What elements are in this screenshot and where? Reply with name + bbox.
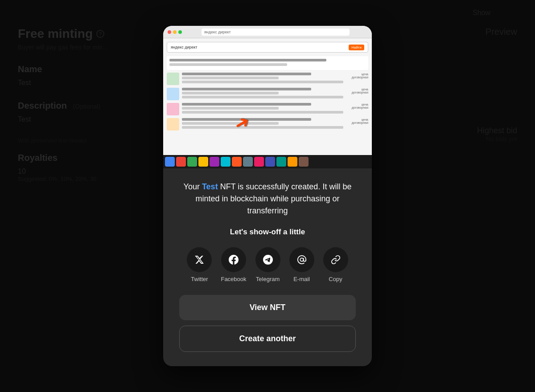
facebook-share-button[interactable]: Facebook	[221, 247, 246, 282]
taskbar-icon-3	[187, 157, 197, 167]
url-bar: яндекс директ	[202, 29, 350, 36]
search-text: яндекс директ	[171, 45, 349, 49]
nft-name-highlight: Test	[202, 182, 218, 191]
telegram-icon	[255, 247, 280, 272]
result-row-3: ценадоговорная	[167, 103, 368, 115]
taskbar	[163, 155, 372, 168]
taskbar-icon-6	[221, 157, 230, 167]
modal-screenshot: яндекс директ яндекс директ Найти	[163, 26, 372, 168]
browser-dot-red	[168, 30, 171, 34]
copy-label: Copy	[329, 276, 342, 282]
telegram-label: Telegram	[256, 276, 280, 282]
taskbar-icon-11	[276, 157, 286, 167]
browser-content: яндекс директ Найти ценадоговорная	[163, 38, 372, 168]
browser-bar: яндекс директ	[163, 26, 372, 38]
taskbar-icon-5	[210, 157, 219, 167]
taskbar-icon-10	[265, 157, 275, 167]
share-buttons-row: Twitter Facebook Telegram	[179, 247, 356, 282]
result-row-4: ценадоговорная	[167, 118, 368, 131]
email-label: E-mail	[293, 276, 310, 282]
result-row-2: ценадоговорная	[167, 88, 368, 100]
facebook-icon	[221, 247, 246, 272]
twitter-label: Twitter	[191, 276, 208, 282]
facebook-label: Facebook	[221, 276, 246, 282]
taskbar-icon-12	[288, 157, 297, 167]
twitter-share-button[interactable]: Twitter	[187, 247, 212, 282]
fake-browser: яндекс директ яндекс директ Найти	[163, 26, 372, 168]
taskbar-icon-9	[254, 157, 264, 167]
browser-dot-green	[178, 30, 182, 34]
view-nft-button[interactable]: View NFT	[179, 295, 356, 320]
result-row-1: ценадоговорная	[167, 73, 368, 85]
success-message: Your Test NFT is successfully created. I…	[179, 181, 356, 217]
search-bar: яндекс директ Найти	[167, 42, 368, 53]
taskbar-icon-1	[165, 157, 175, 167]
browser-dot-yellow	[173, 30, 177, 34]
taskbar-icon-7	[232, 157, 242, 167]
show-off-label: Let's show-off a little	[179, 228, 356, 237]
taskbar-icon-4	[198, 157, 208, 167]
success-modal: яндекс директ яндекс директ Найти	[163, 26, 372, 366]
create-another-button[interactable]: Create another	[179, 326, 356, 352]
copy-icon	[323, 247, 348, 272]
modal-body: Your Test NFT is successfully created. I…	[163, 168, 372, 366]
telegram-share-button[interactable]: Telegram	[255, 247, 280, 282]
taskbar-icon-8	[243, 157, 253, 167]
copy-share-button[interactable]: Copy	[323, 247, 348, 282]
svg-point-0	[300, 258, 303, 261]
taskbar-icon-13	[299, 157, 309, 167]
twitter-icon	[187, 247, 212, 272]
email-share-button[interactable]: E-mail	[289, 247, 314, 282]
search-button: Найти	[349, 45, 364, 50]
taskbar-icon-2	[176, 157, 186, 167]
email-icon	[289, 247, 314, 272]
